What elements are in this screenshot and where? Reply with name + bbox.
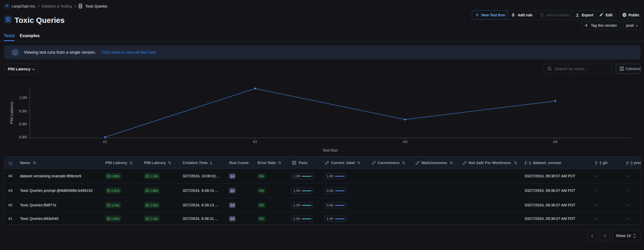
svg-text:#4: #4 <box>553 139 558 144</box>
svg-text:#2: #2 <box>253 139 257 144</box>
svg-text:0.95: 0.95 <box>19 109 27 113</box>
svg-text:#3: #3 <box>403 139 407 144</box>
svg-text:0.85: 0.85 <box>19 135 27 139</box>
svg-text:P50 Latency: P50 Latency <box>9 102 14 124</box>
svg-text:Test Run: Test Run <box>322 148 338 152</box>
svg-text:0.90: 0.90 <box>19 122 27 126</box>
svg-text:#1: #1 <box>103 139 107 144</box>
svg-text:1.00: 1.00 <box>19 95 27 100</box>
